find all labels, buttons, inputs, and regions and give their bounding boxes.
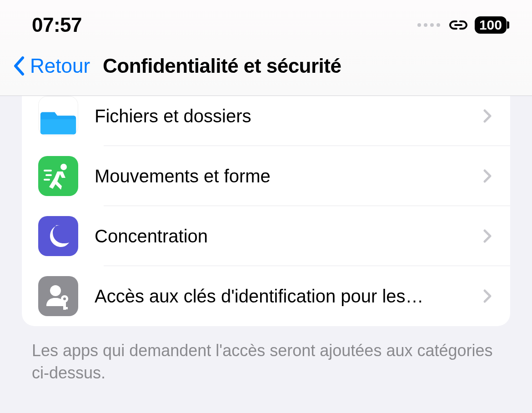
battery-indicator: 100 xyxy=(475,16,509,34)
moon-icon xyxy=(38,216,78,256)
list-item-label: Mouvements et forme xyxy=(95,166,467,186)
svg-rect-9 xyxy=(63,307,68,309)
files-icon xyxy=(38,96,78,136)
list-item-focus[interactable]: Concentration xyxy=(22,206,510,266)
list-item-files[interactable]: Fichiers et dossiers xyxy=(22,96,510,146)
list-item-label: Concentration xyxy=(95,226,467,247)
svg-point-1 xyxy=(60,164,67,170)
chevron-right-icon xyxy=(483,169,492,183)
back-button[interactable]: Retour xyxy=(13,55,90,77)
status-bar: 07:57 100 xyxy=(0,0,532,45)
list-item-label: Accès aux clés d'identification pour les… xyxy=(95,286,467,307)
list-item-passkey[interactable]: Accès aux clés d'identification pour les… xyxy=(22,266,510,326)
list-item-fitness[interactable]: Mouvements et forme xyxy=(22,146,510,206)
chevron-right-icon xyxy=(483,229,492,243)
signal-dots-icon xyxy=(417,23,440,27)
chevron-left-icon xyxy=(13,56,25,76)
passkey-icon xyxy=(38,276,78,316)
navigation-bar: Retour Confidentialité et sécurité xyxy=(0,45,532,96)
status-time: 07:57 xyxy=(32,14,82,36)
status-right: 100 xyxy=(417,16,509,34)
svg-point-5 xyxy=(50,285,61,296)
hotspot-link-icon xyxy=(448,19,468,31)
svg-rect-0 xyxy=(454,24,462,26)
page-title: Confidentialité et sécurité xyxy=(103,55,341,77)
chevron-right-icon xyxy=(483,109,492,123)
svg-point-7 xyxy=(63,297,66,300)
content: Fichiers et dossiers Mouvements et forme xyxy=(0,96,532,398)
fitness-icon xyxy=(38,156,78,196)
chevron-right-icon xyxy=(483,289,492,303)
footer-text: Les apps qui demandent l'accès seront aj… xyxy=(0,326,532,398)
list-group: Fichiers et dossiers Mouvements et forme xyxy=(22,96,510,326)
back-label: Retour xyxy=(30,55,90,77)
battery-level: 100 xyxy=(475,16,507,34)
list-item-label: Fichiers et dossiers xyxy=(95,106,467,126)
